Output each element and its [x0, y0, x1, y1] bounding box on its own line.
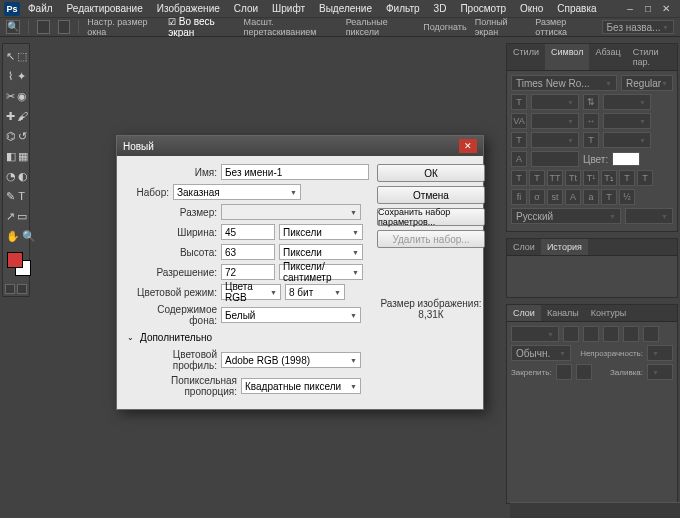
opt-print[interactable]: Размер оттиска — [535, 17, 593, 37]
width-unit-select[interactable]: Пиксели▼ — [279, 224, 363, 240]
move-tool[interactable]: ↖ — [6, 47, 15, 65]
strike-icon[interactable]: T — [637, 170, 653, 186]
save-preset-button[interactable]: Сохранить набор параметров... — [377, 208, 485, 226]
height-unit-select[interactable]: Пиксели▼ — [279, 244, 363, 260]
ok-button[interactable]: ОК — [377, 164, 485, 182]
menu-edit[interactable]: Редактирование — [61, 1, 149, 16]
tab-history[interactable]: История — [541, 239, 588, 255]
italic-icon[interactable]: T — [529, 170, 545, 186]
opt-fit[interactable]: Подогнать — [423, 22, 466, 32]
resolution-unit-select[interactable]: Пиксели/сантиметр▼ — [279, 264, 363, 280]
path-tool[interactable]: ↗ — [6, 207, 15, 225]
underline-icon[interactable]: T — [619, 170, 635, 186]
brush-tool[interactable]: 🖌 — [17, 107, 28, 125]
blend-mode-dd[interactable]: Обычн.▼ — [511, 345, 571, 361]
tab-layers[interactable]: Слои — [507, 305, 541, 321]
font-size-dd[interactable]: ▼ — [531, 94, 579, 110]
profile-select[interactable]: Adobe RGB (1998)▼ — [221, 352, 361, 368]
baseline-dd[interactable] — [531, 151, 579, 167]
width-input[interactable] — [221, 224, 275, 240]
dialog-titlebar[interactable]: Новый ✕ — [117, 136, 483, 156]
super-icon[interactable]: T¹ — [583, 170, 599, 186]
vscale-dd[interactable]: ▼ — [531, 132, 579, 148]
bold-icon[interactable]: T — [511, 170, 527, 186]
font-style-dd[interactable]: Regular▼ — [621, 75, 673, 91]
tab-character[interactable]: Символ — [545, 44, 589, 70]
resolution-input[interactable] — [221, 264, 275, 280]
hscale-dd[interactable]: ▼ — [603, 132, 651, 148]
tab-paragraph[interactable]: Абзац — [589, 44, 626, 70]
filter-adj-icon[interactable] — [583, 326, 599, 342]
name-input[interactable] — [221, 164, 369, 180]
sigma-icon[interactable]: σ — [529, 189, 545, 205]
gradient-tool[interactable]: ▦ — [18, 147, 28, 165]
t1-icon[interactable]: T — [601, 189, 617, 205]
caps-icon[interactable]: TT — [547, 170, 563, 186]
frac-icon[interactable]: ½ — [619, 189, 635, 205]
filter-shp-icon[interactable] — [623, 326, 639, 342]
fg-color[interactable] — [7, 252, 23, 268]
tab-channels[interactable]: Каналы — [541, 305, 585, 321]
height-input[interactable] — [221, 244, 275, 260]
opacity-dd[interactable]: ▼ — [647, 345, 673, 361]
fill-dd[interactable]: ▼ — [647, 364, 673, 380]
smallcaps-icon[interactable]: Tt — [565, 170, 581, 186]
heal-tool[interactable]: ✚ — [6, 107, 15, 125]
preset-select[interactable]: Заказная▼ — [173, 184, 301, 200]
A-icon[interactable]: A — [565, 189, 581, 205]
dodge-tool[interactable]: ◐ — [18, 167, 28, 185]
menu-view[interactable]: Просмотр — [454, 1, 512, 16]
cancel-button[interactable]: Отмена — [377, 186, 485, 204]
advanced-toggle[interactable]: ⌄Дополнительно — [127, 332, 369, 343]
eraser-tool[interactable]: ◧ — [6, 147, 16, 165]
tab-layers-sm[interactable]: Слои — [507, 239, 541, 255]
font-family-dd[interactable]: Times New Ro...▼ — [511, 75, 617, 91]
lock-px-icon[interactable] — [556, 364, 572, 380]
aspect-select[interactable]: Квадратные пиксели▼ — [241, 378, 361, 394]
zoom-out-icon[interactable] — [58, 20, 71, 34]
ad-icon[interactable]: a — [583, 189, 599, 205]
tab-paths[interactable]: Контуры — [585, 305, 632, 321]
menu-3d[interactable]: 3D — [428, 1, 453, 16]
wand-tool[interactable]: ✦ — [17, 67, 26, 85]
layer-filter-dd[interactable]: ▼ — [511, 326, 559, 342]
history-brush-tool[interactable]: ↺ — [18, 127, 27, 145]
pen-tool[interactable]: ✎ — [6, 187, 15, 205]
hand-tool[interactable]: ✋ — [6, 227, 20, 245]
workspace-combo[interactable]: Без назва...▼ — [602, 20, 675, 34]
bg-select[interactable]: Белый▼ — [221, 307, 361, 323]
stamp-tool[interactable]: ⌬ — [6, 127, 16, 145]
menu-help[interactable]: Справка — [551, 1, 602, 16]
leading-dd[interactable]: ▼ — [603, 94, 651, 110]
dialog-close-icon[interactable]: ✕ — [459, 139, 477, 153]
st-icon[interactable]: st — [547, 189, 563, 205]
quickmask-icon[interactable] — [5, 284, 15, 294]
opt-fullscreen-chk[interactable]: ☑ Во весь экран — [168, 16, 235, 38]
menu-window[interactable]: Окно — [514, 1, 549, 16]
opt-full[interactable]: Полный экран — [475, 17, 528, 37]
menu-image[interactable]: Изображение — [151, 1, 226, 16]
lock-pos-icon[interactable] — [576, 364, 592, 380]
mode-select[interactable]: Цвета RGB▼ — [221, 284, 281, 300]
filter-txt-icon[interactable] — [603, 326, 619, 342]
minimize-icon[interactable]: – — [624, 3, 636, 15]
eyedropper-tool[interactable]: ◉ — [17, 87, 27, 105]
shape-tool[interactable]: ▭ — [17, 207, 27, 225]
type-tool[interactable]: T — [17, 187, 26, 205]
opt-actual[interactable]: Реальные пиксели — [346, 17, 416, 37]
filter-img-icon[interactable] — [563, 326, 579, 342]
text-color-swatch[interactable] — [612, 152, 640, 166]
maximize-icon[interactable]: □ — [642, 3, 654, 15]
screenmode-icon[interactable] — [17, 284, 27, 294]
crop-tool[interactable]: ✂ — [6, 87, 15, 105]
blur-tool[interactable]: ◔ — [6, 167, 16, 185]
menu-type[interactable]: Шрифт — [266, 1, 311, 16]
menu-select[interactable]: Выделение — [313, 1, 378, 16]
opt-scrubby[interactable]: Масшт. перетаскиванием — [244, 17, 338, 37]
color-swatches[interactable] — [5, 250, 27, 278]
menu-file[interactable]: Файл — [22, 1, 59, 16]
lang-dd[interactable]: Русский▼ — [511, 208, 621, 224]
lasso-tool[interactable]: ⌇ — [6, 67, 15, 85]
sub-icon[interactable]: T₁ — [601, 170, 617, 186]
marquee-tool[interactable]: ⬚ — [17, 47, 27, 65]
